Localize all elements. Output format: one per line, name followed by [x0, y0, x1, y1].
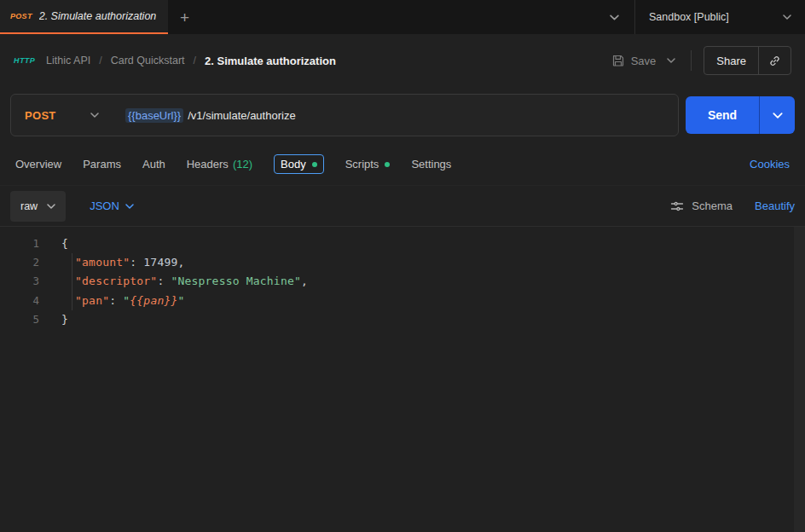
chevron-down-icon	[773, 113, 783, 119]
save-options-button[interactable]	[663, 55, 679, 66]
tab-bar: POST 2. Simulate authorization + Sandbox…	[0, 0, 805, 34]
code-line: {	[39, 237, 68, 250]
url-bar: POST {{baseUrl}} /v1/simulate/authorize	[10, 94, 679, 136]
tab-params[interactable]: Params	[83, 158, 121, 171]
request-tab[interactable]: POST 2. Simulate authorization	[0, 0, 168, 34]
save-button[interactable]: Save	[611, 54, 657, 67]
url-variable-chip[interactable]: {{baseUrl}}	[125, 108, 183, 123]
save-label: Save	[631, 55, 657, 67]
tab-body[interactable]: Body	[274, 154, 324, 174]
method-label: POST	[25, 109, 56, 122]
add-tab-button[interactable]: +	[168, 0, 201, 34]
body-format-selector[interactable]: raw	[10, 191, 66, 222]
environment-selector[interactable]: Sandbox [Public]	[634, 0, 805, 34]
editor-scrollbar[interactable]	[794, 227, 805, 532]
body-toolbar: raw JSON Schema Beautify	[0, 186, 805, 227]
editor-line: 1{	[0, 234, 805, 252]
send-options-button[interactable]	[759, 96, 795, 134]
headers-count: (12)	[233, 158, 252, 171]
share-button[interactable]: Share	[704, 46, 791, 75]
beautify-link[interactable]: Beautify	[755, 200, 795, 212]
editor-line: 3 "descriptor": "Nespresso Machine",	[0, 272, 805, 291]
breadcrumb-separator: /	[99, 55, 101, 66]
breadcrumb-separator: /	[194, 55, 196, 66]
line-number: 4	[0, 294, 39, 307]
link-icon	[768, 55, 781, 67]
tab-settings[interactable]: Settings	[411, 158, 451, 171]
send-button[interactable]: Send	[686, 96, 759, 134]
save-icon	[611, 54, 625, 67]
line-number: 5	[0, 313, 39, 326]
send-split-button: Send	[686, 96, 795, 134]
chevron-down-icon	[125, 204, 134, 209]
tab-overview[interactable]: Overview	[15, 158, 61, 171]
app-window: POST 2. Simulate authorization + Sandbox…	[0, 0, 805, 532]
tab-headers[interactable]: Headers (12)	[187, 158, 252, 171]
line-number: 1	[0, 237, 39, 250]
copy-link-button[interactable]	[759, 55, 791, 67]
breadcrumb: Lithic API / Card Quickstart / 2. Simula…	[46, 55, 336, 67]
code-line: "pan": "{{pan}}"	[39, 294, 185, 307]
editor-line: 2 "amount": 17499,	[0, 252, 805, 271]
tab-bar-spacer	[201, 0, 594, 34]
scripts-modified-dot	[385, 162, 390, 167]
share-label: Share	[704, 55, 758, 67]
method-selector[interactable]: POST	[11, 95, 113, 136]
code-editor[interactable]: 1{2 "amount": 17499,3 "descriptor": "Nes…	[0, 227, 805, 532]
chevron-down-icon	[47, 204, 55, 209]
http-request-icon: HTTP	[14, 56, 35, 65]
schema-sliders-icon	[670, 200, 684, 212]
header-actions: Save Share	[611, 46, 791, 75]
chevron-down-icon	[610, 14, 619, 20]
tab-list-chevron-button[interactable]	[594, 0, 634, 34]
tab-headers-label: Headers	[187, 158, 229, 171]
breadcrumb-item-collection[interactable]: Lithic API	[46, 55, 90, 66]
breadcrumb-item-folder[interactable]: Card Quickstart	[111, 55, 185, 66]
request-tabs: Overview Params Auth Headers (12) Body S…	[0, 143, 805, 186]
url-path: /v1/simulate/authorize	[188, 109, 295, 122]
code-line: }	[39, 313, 68, 326]
indent-guide	[72, 253, 72, 310]
url-bar-row: POST {{baseUrl}} /v1/simulate/authorize …	[0, 87, 805, 143]
editor-line: 4 "pan": "{{pan}}"	[0, 291, 805, 309]
request-header-row: HTTP Lithic API / Card Quickstart / 2. S…	[0, 34, 805, 87]
language-label: JSON	[90, 200, 119, 212]
tab-auth[interactable]: Auth	[142, 158, 165, 171]
body-modified-dot	[312, 162, 317, 167]
code-line: "descriptor": "Nespresso Machine",	[39, 275, 308, 287]
schema-button[interactable]: Schema	[670, 200, 733, 212]
language-selector[interactable]: JSON	[90, 200, 134, 212]
breadcrumb-current-request: 2. Simulate authorization	[205, 55, 336, 67]
vertical-divider	[691, 50, 692, 71]
code-line: "amount": 17499,	[39, 256, 185, 269]
line-number: 3	[0, 275, 39, 287]
chevron-down-icon	[783, 14, 791, 20]
tab-method-label: POST	[10, 12, 32, 20]
chevron-down-icon	[667, 58, 675, 63]
tab-scripts-label: Scripts	[345, 158, 379, 171]
chevron-down-icon	[90, 113, 99, 118]
cookies-link[interactable]: Cookies	[750, 158, 790, 171]
tab-scripts[interactable]: Scripts	[345, 158, 391, 171]
editor-lines: 1{2 "amount": 17499,3 "descriptor": "Nes…	[0, 234, 805, 329]
schema-label: Schema	[692, 200, 733, 212]
tab-title: 2. Simulate authorization	[39, 10, 157, 22]
environment-name: Sandbox [Public]	[649, 11, 729, 23]
body-format-label: raw	[20, 200, 38, 212]
editor-line: 5}	[0, 310, 805, 329]
url-input[interactable]: {{baseUrl}} /v1/simulate/authorize	[113, 95, 678, 136]
tab-body-label: Body	[281, 158, 306, 171]
line-number: 2	[0, 256, 39, 269]
